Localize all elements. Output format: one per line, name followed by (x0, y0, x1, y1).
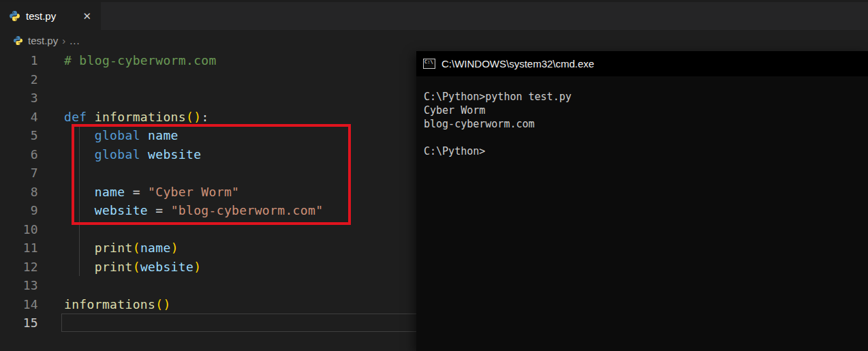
tab-testpy[interactable]: test.py ✕ (0, 2, 101, 30)
line-number: 3 (0, 89, 38, 108)
cmd-title-text: C:\WINDOWS\system32\cmd.exe (441, 58, 594, 70)
cmd-output-line: C:\Python> (424, 144, 868, 158)
code-text[interactable]: def informations(): (38, 108, 209, 127)
line-number: 7 (0, 164, 38, 183)
cmd-prompt-icon: C:\ (423, 59, 435, 69)
line-number: 1 (0, 51, 38, 70)
breadcrumb-file[interactable]: test.py (28, 35, 58, 46)
code-text[interactable] (38, 164, 64, 183)
line-number: 10 (0, 220, 38, 239)
vscode-window: test.py ✕ test.py › ... 1# blog-cyberwor… (0, 0, 868, 351)
breadcrumb-symbol[interactable]: ... (69, 35, 80, 46)
code-text[interactable]: informations() (38, 295, 171, 314)
breadcrumb: test.py › ... (0, 30, 868, 51)
line-number: 15 (0, 314, 38, 333)
line-number: 5 (0, 126, 38, 145)
cmd-content[interactable]: C:\Python>python test.pyCyber Wormblog-c… (416, 76, 868, 351)
code-text[interactable]: print(website) (38, 258, 201, 277)
code-text[interactable] (38, 314, 64, 333)
cmd-titlebar[interactable]: C:\ C:\WINDOWS\system32\cmd.exe (416, 51, 868, 76)
line-number: 9 (0, 201, 38, 220)
line-number: 4 (0, 108, 38, 127)
line-number: 12 (0, 258, 38, 277)
cmd-output-line: blog-cyberworm.com (424, 117, 868, 131)
tab-label: test.py (26, 10, 56, 22)
line-number: 6 (0, 145, 38, 164)
code-text[interactable] (38, 220, 64, 239)
code-text[interactable] (38, 70, 64, 89)
line-number: 8 (0, 183, 38, 202)
code-text[interactable] (38, 89, 64, 108)
cmd-window: C:\ C:\WINDOWS\system32\cmd.exe C:\Pytho… (416, 51, 868, 351)
line-number: 14 (0, 295, 38, 314)
chevron-right-icon: › (62, 35, 65, 46)
annotation-red-box (72, 124, 351, 225)
python-icon (13, 35, 23, 46)
code-text[interactable] (38, 276, 64, 295)
cmd-output-line (424, 131, 868, 144)
cmd-output-line: Cyber Worm (424, 104, 868, 117)
line-number: 11 (0, 239, 38, 258)
tab-bar: test.py ✕ (0, 0, 868, 30)
code-text[interactable]: # blog-cyberworm.com (38, 51, 217, 70)
cmd-output-line: C:\Python>python test.py (424, 90, 868, 104)
line-number: 13 (0, 276, 38, 295)
close-icon[interactable]: ✕ (80, 9, 94, 24)
line-number: 2 (0, 70, 38, 89)
python-icon (9, 10, 20, 22)
code-text[interactable]: print(name) (38, 239, 179, 258)
